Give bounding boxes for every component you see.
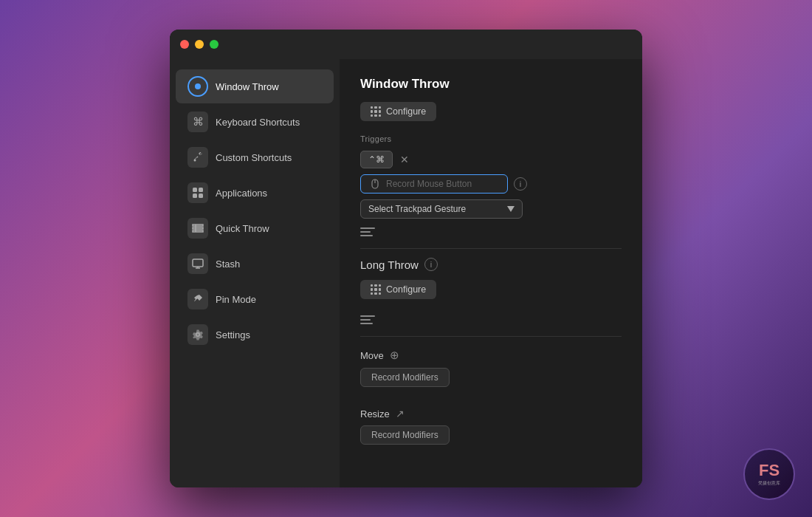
sliders-icon-2[interactable]	[360, 312, 375, 327]
watermark: FS 梵摄创意库	[740, 445, 799, 504]
svg-rect-2	[199, 188, 203, 192]
content-area: Window Throw ⌘ Keyboard Shortcuts Custom…	[170, 59, 642, 487]
grid-icon	[371, 106, 381, 117]
command-icon: ⌘	[187, 112, 208, 132]
shortcut-value: ⌃⌘	[368, 154, 385, 165]
move-section: Move ⊕ Record Modifiers	[360, 349, 622, 396]
triggers-label: Triggers	[360, 134, 622, 143]
sidebar-item-label: Pin Mode	[216, 294, 256, 305]
long-throw-section: Long Throw i	[360, 258, 622, 271]
monitor-icon	[187, 253, 208, 274]
long-throw-info-icon[interactable]: i	[424, 258, 438, 271]
svg-rect-3	[193, 194, 197, 198]
sidebar-item-stash[interactable]: Stash	[176, 247, 334, 281]
sidebar-item-settings[interactable]: Settings	[176, 318, 334, 352]
move-label-row: Move ⊕	[360, 349, 622, 362]
svg-rect-6	[193, 227, 203, 229]
app-window: Window Throw ⌘ Keyboard Shortcuts Custom…	[170, 30, 642, 487]
move-crosshair-icon: ⊕	[390, 349, 399, 362]
chevron-down-icon	[507, 206, 515, 212]
circle-icon	[187, 76, 208, 97]
svg-rect-9	[193, 259, 203, 267]
record-mouse-placeholder: Record Mouse Button	[386, 179, 472, 189]
record-mouse-input[interactable]: Record Mouse Button	[360, 174, 508, 194]
svg-point-0	[194, 160, 196, 162]
sidebar-item-custom-shortcuts[interactable]: Custom Shortcuts	[176, 140, 334, 174]
trackpad-gesture-select[interactable]: Select Trackpad Gesture	[360, 199, 523, 219]
grid-icon-2	[371, 284, 381, 295]
resize-arrow-icon: ↗	[396, 408, 405, 420]
divider	[360, 248, 622, 249]
sidebar-item-applications[interactable]: Applications	[176, 176, 334, 210]
configure-btn-label: Configure	[386, 106, 426, 117]
maximize-button[interactable]	[210, 40, 219, 49]
record-modifiers-move-label: Record Modifiers	[371, 372, 438, 383]
triggers-row: ⌃⌘ ✕	[360, 151, 622, 168]
resize-label-row: Resize ↗	[360, 408, 622, 420]
record-modifiers-resize-label: Record Modifiers	[371, 430, 438, 440]
sliders-icon[interactable]	[360, 225, 375, 239]
sidebar: Window Throw ⌘ Keyboard Shortcuts Custom…	[170, 59, 340, 487]
move-label: Move	[360, 350, 384, 361]
sidebar-item-label: Keyboard Shortcuts	[216, 117, 300, 128]
sidebar-item-label: Quick Throw	[216, 223, 269, 234]
svg-rect-7	[193, 230, 203, 232]
mouse-icon	[370, 179, 380, 189]
svg-rect-1	[193, 188, 197, 192]
clear-shortcut-button[interactable]: ✕	[397, 152, 412, 167]
minimize-button[interactable]	[195, 40, 204, 49]
app-store-icon	[187, 182, 208, 203]
pin-icon	[187, 289, 208, 309]
wrench-icon	[187, 147, 208, 168]
window-throw-configure-button[interactable]: Configure	[360, 102, 436, 121]
long-throw-configure-label: Configure	[386, 284, 426, 295]
resize-section: Resize ↗ Record Modifiers	[360, 408, 622, 453]
close-button[interactable]	[180, 40, 189, 49]
sidebar-item-label: Window Throw	[216, 81, 279, 92]
record-modifiers-resize-button[interactable]: Record Modifiers	[360, 425, 450, 445]
page-title: Window Throw	[360, 77, 622, 92]
sidebar-item-quick-throw[interactable]: Quick Throw	[176, 211, 334, 245]
trackpad-select-label: Select Trackpad Gesture	[368, 204, 466, 214]
grid-lines-icon	[187, 218, 208, 239]
svg-rect-4	[199, 194, 203, 198]
sidebar-item-label: Applications	[216, 188, 267, 199]
shortcut-badge: ⌃⌘	[360, 151, 393, 168]
record-mouse-row: Record Mouse Button i	[360, 174, 622, 194]
sidebar-item-label: Settings	[216, 329, 250, 340]
gear-icon	[187, 324, 208, 345]
sidebar-item-window-throw[interactable]: Window Throw	[176, 69, 334, 103]
long-throw-title: Long Throw	[360, 258, 419, 271]
titlebar	[170, 30, 642, 59]
svg-rect-5	[193, 225, 203, 226]
resize-label: Resize	[360, 408, 390, 420]
sidebar-item-label: Stash	[216, 258, 240, 270]
record-modifiers-move-button[interactable]: Record Modifiers	[360, 368, 450, 387]
sidebar-item-label: Custom Shortcuts	[216, 152, 292, 163]
long-throw-configure-button[interactable]: Configure	[360, 280, 436, 299]
sidebar-item-keyboard-shortcuts[interactable]: ⌘ Keyboard Shortcuts	[176, 105, 334, 139]
sidebar-item-pin-mode[interactable]: Pin Mode	[176, 282, 334, 316]
divider-2	[360, 336, 622, 337]
info-icon[interactable]: i	[514, 177, 527, 191]
main-panel: Window Throw Configure Triggers ⌃⌘ ✕	[340, 59, 642, 487]
